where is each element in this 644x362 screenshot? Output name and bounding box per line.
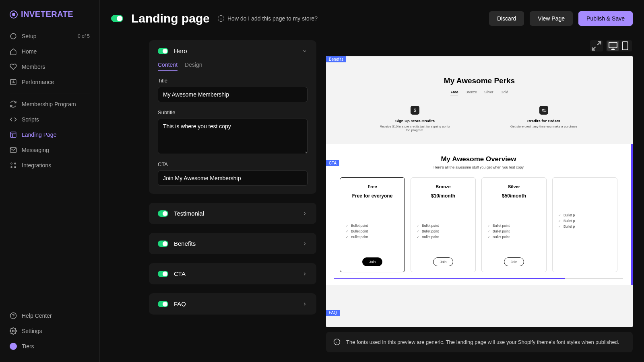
publish-save-button[interactable]: Publish & Save bbox=[578, 11, 633, 26]
bullet: Bullet point bbox=[346, 223, 399, 228]
view-page-button[interactable]: View Page bbox=[530, 11, 573, 26]
tier-card: Bronze $10/month Bullet pointBullet poin… bbox=[411, 177, 476, 272]
panel-benefits: Benefits bbox=[149, 233, 316, 254]
editor-column: Hero Content Design Title Subtitle This … bbox=[111, 40, 316, 352]
panel-testimonial: Testimonial bbox=[149, 203, 316, 224]
benefits-toggle[interactable] bbox=[158, 241, 168, 247]
tier-dot-icon bbox=[10, 343, 17, 350]
sidebar-item-home[interactable]: Home bbox=[5, 44, 95, 59]
sidebar-item-settings[interactable]: Settings bbox=[5, 323, 95, 339]
tab-design[interactable]: Design bbox=[185, 62, 202, 71]
panel-title: FAQ bbox=[174, 300, 186, 307]
sidebar-item-label: Messaging bbox=[22, 147, 49, 153]
sidebar-item-setup[interactable]: Setup 0 of 5 bbox=[5, 29, 95, 44]
bullet: Bullet point bbox=[417, 228, 470, 234]
desktop-view-button[interactable] bbox=[607, 41, 619, 51]
sidebar-item-performance[interactable]: Performance bbox=[5, 74, 95, 90]
tab-content[interactable]: Content bbox=[158, 62, 178, 71]
bullet: Bullet point bbox=[417, 223, 470, 228]
join-button[interactable]: Join bbox=[433, 257, 454, 266]
tier-bullets: Bullet pointBullet pointBullet point bbox=[346, 223, 399, 240]
tier-card: Bullet pBullet pBullet p bbox=[552, 177, 617, 272]
preview-frame[interactable]: Benefits My Awesome Perks Free Bronze Si… bbox=[326, 56, 633, 327]
sidebar-item-membership-program[interactable]: Membership Program bbox=[5, 97, 95, 112]
circle-icon bbox=[10, 33, 17, 40]
sidebar-item-landing-page[interactable]: Landing Page bbox=[5, 127, 95, 142]
refresh-icon bbox=[10, 101, 17, 108]
tier-bullets: Bullet pBullet pBullet p bbox=[558, 212, 611, 229]
benefit-item: 🛍 Credits for Orders Get store credit an… bbox=[508, 106, 580, 132]
cta-label: CTA bbox=[158, 161, 308, 167]
tier-bullets: Bullet pointBullet pointBullet point bbox=[487, 223, 541, 240]
chevron-right-icon bbox=[302, 241, 308, 247]
benefit-desc: Get store credit any time you make a pur… bbox=[508, 125, 580, 128]
expand-button[interactable] bbox=[590, 40, 603, 51]
section-tag-benefits: Benefits bbox=[326, 56, 346, 62]
tier-tab-silver[interactable]: Silver bbox=[484, 90, 493, 95]
sidebar-item-messaging[interactable]: Messaging bbox=[5, 142, 95, 158]
sidebar-item-tiers[interactable]: Tiers bbox=[5, 339, 95, 354]
join-button[interactable]: Join bbox=[362, 257, 383, 266]
cta-input[interactable] bbox=[158, 171, 308, 186]
subtitle-input[interactable]: This is where you test copy bbox=[158, 119, 308, 154]
preview-area: Benefits My Awesome Perks Free Bronze Si… bbox=[326, 40, 633, 352]
tier-tab-free[interactable]: Free bbox=[450, 90, 458, 95]
tier-card: Silver $50/month Bullet pointBullet poin… bbox=[481, 177, 547, 272]
svg-point-0 bbox=[10, 33, 16, 39]
cta-toggle[interactable] bbox=[158, 271, 168, 277]
tier-name: Free bbox=[346, 184, 399, 189]
gear-icon bbox=[10, 327, 17, 335]
info-icon: i bbox=[218, 15, 224, 22]
tier-price: $50/month bbox=[487, 193, 541, 199]
sidebar-item-label: Help Center bbox=[22, 313, 52, 319]
tier-name: Silver bbox=[487, 184, 541, 189]
sidebar-item-members[interactable]: Members bbox=[5, 59, 95, 74]
panel-cta-header[interactable]: CTA bbox=[149, 263, 316, 284]
bullet: Bullet point bbox=[417, 234, 470, 240]
sidebar-item-label: Settings bbox=[22, 328, 42, 334]
tier-tab-bronze[interactable]: Bronze bbox=[465, 90, 477, 95]
logo-icon bbox=[10, 10, 18, 19]
benefit-desc: Receive $10 in store credits just for si… bbox=[379, 125, 451, 132]
mail-icon bbox=[10, 146, 17, 154]
layout-icon bbox=[10, 131, 17, 138]
chart-icon bbox=[10, 78, 17, 86]
join-button[interactable]: Join bbox=[504, 257, 524, 266]
panel-faq-header[interactable]: FAQ bbox=[149, 293, 316, 315]
mobile-view-button[interactable] bbox=[619, 41, 631, 51]
section-tag-cta: CTA bbox=[326, 160, 339, 166]
page-enabled-toggle[interactable] bbox=[111, 15, 123, 22]
panel-benefits-header[interactable]: Benefits bbox=[149, 233, 316, 254]
main: Landing page i How do I add this page to… bbox=[100, 0, 644, 362]
tier-tab-gold[interactable]: Gold bbox=[501, 90, 508, 95]
sidebar-item-help-center[interactable]: Help Center bbox=[5, 308, 95, 323]
sidebar-item-scripts[interactable]: Scripts bbox=[5, 112, 95, 127]
panel-title: Hero bbox=[174, 47, 187, 54]
sidebar-item-label: Scripts bbox=[22, 116, 39, 123]
faq-toggle[interactable] bbox=[158, 301, 168, 307]
sidebar-item-label: Landing Page bbox=[22, 132, 56, 138]
title-input[interactable] bbox=[158, 87, 308, 102]
progress-bar bbox=[334, 278, 623, 279]
page-title: Landing page bbox=[131, 12, 210, 25]
panel-hero-header[interactable]: Hero bbox=[149, 40, 316, 62]
sidebar-item-label: Setup bbox=[22, 33, 37, 39]
hero-toggle[interactable] bbox=[158, 48, 168, 54]
bullet: Bullet p bbox=[558, 212, 611, 218]
panel-testimonial-header[interactable]: Testimonial bbox=[149, 203, 316, 224]
benefit-title: Sign Up Store Credits bbox=[379, 119, 451, 123]
setup-count: 0 of 5 bbox=[78, 33, 90, 39]
panel-faq: FAQ bbox=[149, 293, 316, 315]
discard-button[interactable]: Discard bbox=[489, 11, 524, 26]
sidebar-item-integrations[interactable]: Integrations bbox=[5, 158, 95, 173]
logo-text: INVETERATE bbox=[21, 10, 73, 19]
help-link[interactable]: i How do I add this page to my store? bbox=[218, 15, 318, 22]
chevron-right-icon bbox=[302, 301, 308, 307]
bullet: Bullet point bbox=[487, 234, 541, 240]
preview-benefits-section: My Awesome Perks Free Bronze Silver Gold… bbox=[326, 56, 633, 144]
cart-icon: 🛍 bbox=[539, 106, 548, 115]
testimonial-toggle[interactable] bbox=[158, 210, 168, 217]
help-link-label: How do I add this page to my store? bbox=[227, 15, 318, 22]
benefits-title: My Awesome Perks bbox=[338, 76, 621, 85]
tier-price: Free for everyone bbox=[346, 193, 399, 199]
